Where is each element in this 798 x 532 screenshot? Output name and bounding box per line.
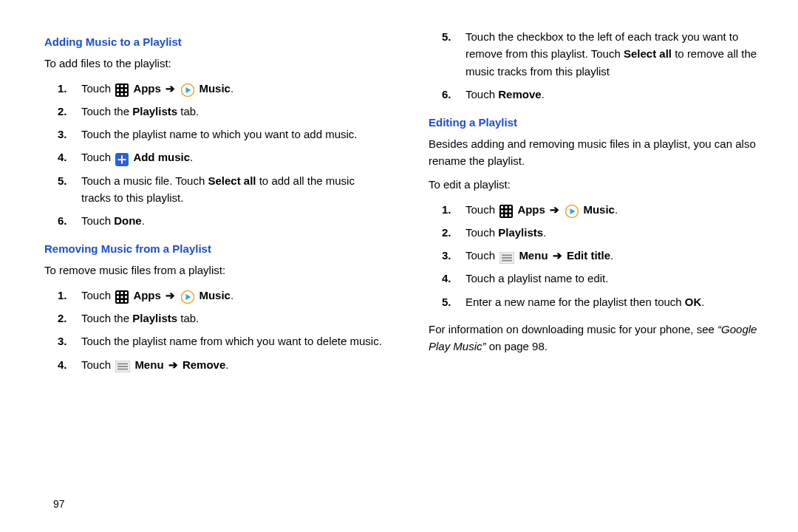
step-number: 3. xyxy=(429,247,466,264)
step-body: Touch the checkbox to the left of each t… xyxy=(466,28,768,80)
step-number: 2. xyxy=(44,103,81,120)
intro-adding: To add files to the playlist: xyxy=(44,55,384,72)
heading-adding-music: Adding Music to a Playlist xyxy=(44,35,384,48)
step-bold: OK xyxy=(685,296,702,308)
apps-icon xyxy=(115,83,129,97)
plus-icon xyxy=(115,153,129,166)
steps-removing: 1.Touch Apps ➔ Music.2.Touch the Playlis… xyxy=(44,287,384,373)
music-icon xyxy=(565,205,579,218)
step-number: 1. xyxy=(429,201,466,218)
step-number: 5. xyxy=(44,172,81,189)
steps-editing: 1.Touch Apps ➔ Music.2.Touch Playlists.3… xyxy=(429,201,768,310)
step-item: 4.Touch Menu ➔ Remove. xyxy=(44,356,384,373)
step-item: 3.Touch the playlist name to which you w… xyxy=(44,126,384,143)
step-body: Touch Apps ➔ Music. xyxy=(466,201,768,218)
step-item: 1.Touch Apps ➔ Music. xyxy=(429,201,768,218)
closing-note: For information on downloading music for… xyxy=(429,321,768,355)
step-bold: Playlists xyxy=(132,105,177,117)
step-body: Touch Apps ➔ Music. xyxy=(81,80,384,97)
step-bold: Music xyxy=(583,203,615,216)
arrow-icon: ➔ xyxy=(551,247,564,264)
step-body: Touch Apps ➔ Music. xyxy=(81,287,384,304)
step-number: 6. xyxy=(429,86,466,103)
step-item: 2.Touch the Playlists tab. xyxy=(44,103,384,120)
step-bold: Edit title xyxy=(567,249,610,262)
step-item: 1.Touch Apps ➔ Music. xyxy=(44,287,384,304)
music-icon xyxy=(181,290,194,304)
step-bold: Remove xyxy=(183,358,225,371)
page-number: 97 xyxy=(53,498,65,510)
step-bold: Music xyxy=(199,82,231,95)
arrow-icon: ➔ xyxy=(548,201,561,218)
step-body: Touch Add music. xyxy=(81,149,384,166)
step-bold: Apps xyxy=(133,289,161,301)
step-number: 1. xyxy=(44,287,81,304)
step-number: 5. xyxy=(429,293,466,310)
step-item: 4.Touch Add music. xyxy=(44,149,384,166)
step-number: 3. xyxy=(44,126,81,143)
step-item: 1.Touch Apps ➔ Music. xyxy=(44,80,384,97)
step-number: 4. xyxy=(44,149,81,166)
step-body: Touch Playlists. xyxy=(466,224,768,241)
step-bold: Done xyxy=(114,214,142,227)
closing-pre: For information on downloading music for… xyxy=(429,323,717,335)
step-item: 3.Touch the playlist name from which you… xyxy=(44,332,384,349)
heading-removing-music: Removing Music from a Playlist xyxy=(44,242,384,255)
step-bold: Add music xyxy=(133,151,190,163)
step-number: 6. xyxy=(44,212,81,229)
intro-editing: To edit a playlist: xyxy=(429,177,768,194)
step-body: Touch the playlist name from which you w… xyxy=(81,332,384,349)
step-number: 2. xyxy=(429,224,466,241)
step-bold: Select all xyxy=(624,47,672,60)
music-icon xyxy=(181,83,194,97)
step-bold: Playlists xyxy=(132,312,177,324)
closing-post: on page 98. xyxy=(486,340,548,352)
step-item: 2.Touch Playlists. xyxy=(429,224,768,241)
step-body: Touch Done. xyxy=(81,212,384,229)
apps-icon xyxy=(499,205,513,218)
step-body: Enter a new name for the playlist then t… xyxy=(466,293,768,310)
step-bold: Menu xyxy=(134,358,163,371)
heading-editing: Editing a Playlist xyxy=(429,116,768,129)
step-item: 2.Touch the Playlists tab. xyxy=(44,310,384,327)
step-bold: Music xyxy=(199,289,231,301)
step-body: Touch Menu ➔ Edit title. xyxy=(466,247,768,264)
menu-icon xyxy=(499,252,514,264)
step-number: 5. xyxy=(429,28,466,45)
step-number: 1. xyxy=(44,80,81,97)
steps-removing-cont: 5.Touch the checkbox to the left of each… xyxy=(429,28,768,103)
step-body: Touch a playlist name to edit. xyxy=(466,270,768,287)
left-column: Adding Music to a Playlist To add files … xyxy=(44,22,384,379)
step-bold: Playlists xyxy=(498,226,543,239)
step-item: 4.Touch a playlist name to edit. xyxy=(429,270,768,287)
step-number: 3. xyxy=(44,332,81,349)
step-bold: Select all xyxy=(208,174,256,187)
arrow-icon: ➔ xyxy=(167,356,180,373)
step-item: 3.Touch Menu ➔ Edit title. xyxy=(429,247,768,264)
step-item: 6.Touch Remove. xyxy=(429,86,768,103)
step-body: Touch a music file. Touch Select all to … xyxy=(81,172,384,207)
step-item: 6.Touch Done. xyxy=(44,212,384,229)
step-body: Touch the playlist name to which you wan… xyxy=(81,126,384,143)
step-body: Touch the Playlists tab. xyxy=(81,310,384,327)
step-body: Touch the Playlists tab. xyxy=(81,103,384,120)
step-bold: Apps xyxy=(133,82,161,95)
step-number: 2. xyxy=(44,310,81,327)
apps-icon xyxy=(115,290,129,304)
step-number: 4. xyxy=(429,270,466,287)
step-number: 4. xyxy=(44,356,81,373)
step-bold: Remove xyxy=(498,88,541,100)
step-item: 5.Touch the checkbox to the left of each… xyxy=(429,28,768,80)
arrow-icon: ➔ xyxy=(164,80,177,97)
step-bold: Apps xyxy=(517,203,545,216)
step-body: Touch Remove. xyxy=(466,86,768,103)
step-body: Touch Menu ➔ Remove. xyxy=(81,356,384,373)
menu-icon xyxy=(115,361,130,372)
right-column: 5.Touch the checkbox to the left of each… xyxy=(429,22,768,379)
step-item: 5.Touch a music file. Touch Select all t… xyxy=(44,172,384,207)
steps-adding: 1.Touch Apps ➔ Music.2.Touch the Playlis… xyxy=(44,80,384,230)
intro-editing-body: Besides adding and removing music files … xyxy=(429,136,768,169)
intro-removing: To remove music files from a playlist: xyxy=(44,262,384,279)
step-item: 5.Enter a new name for the playlist then… xyxy=(429,293,768,310)
step-bold: Menu xyxy=(519,249,548,262)
